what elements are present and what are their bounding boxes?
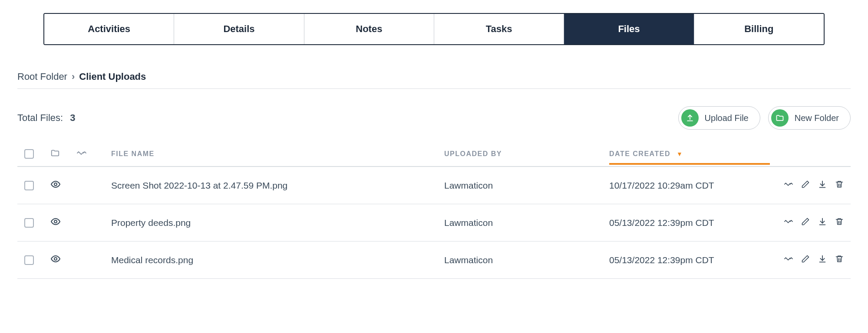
select-all-checkbox[interactable] bbox=[24, 149, 34, 159]
file-uploader: Lawmaticon bbox=[444, 218, 609, 228]
breadcrumb-root[interactable]: Root Folder bbox=[17, 71, 67, 82]
column-header-date[interactable]: DATE CREATED ▼ bbox=[609, 150, 770, 158]
svg-point-0 bbox=[54, 183, 57, 186]
trash-icon[interactable] bbox=[835, 180, 844, 191]
eye-icon[interactable] bbox=[50, 179, 61, 192]
upload-file-label: Upload File bbox=[705, 113, 749, 123]
file-date: 05/13/2022 12:39pm CDT bbox=[609, 255, 770, 265]
row-checkbox[interactable] bbox=[24, 181, 34, 190]
tab-notes[interactable]: Notes bbox=[304, 14, 434, 44]
table-row: Screen Shot 2022-10-13 at 2.47.59 PM.png… bbox=[17, 167, 851, 204]
download-icon[interactable] bbox=[818, 254, 827, 266]
file-uploader: Lawmaticon bbox=[444, 180, 609, 191]
share-icon[interactable] bbox=[784, 254, 793, 266]
total-files: Total Files: 3 bbox=[17, 112, 76, 124]
download-icon[interactable] bbox=[818, 180, 827, 191]
breadcrumb-current: Client Uploads bbox=[79, 71, 146, 82]
row-checkbox[interactable] bbox=[24, 255, 34, 265]
new-folder-button[interactable]: New Folder bbox=[768, 106, 851, 130]
file-name[interactable]: Medical records.png bbox=[111, 255, 444, 265]
edit-icon[interactable] bbox=[801, 255, 810, 265]
eye-icon[interactable] bbox=[50, 254, 61, 266]
total-files-label: Total Files: bbox=[17, 112, 63, 123]
svg-point-2 bbox=[54, 258, 57, 260]
file-date: 05/13/2022 12:39pm CDT bbox=[609, 218, 770, 228]
edit-icon[interactable] bbox=[801, 180, 810, 191]
tab-tasks[interactable]: Tasks bbox=[434, 14, 564, 44]
share-icon[interactable] bbox=[784, 217, 793, 229]
files-table: FILE NAME UPLOADED BY DATE CREATED ▼ Scr… bbox=[17, 142, 851, 279]
table-row: Medical records.pngLawmaticon05/13/2022 … bbox=[17, 242, 851, 279]
trash-icon[interactable] bbox=[835, 217, 844, 228]
download-icon[interactable] bbox=[818, 217, 827, 229]
share-icon[interactable] bbox=[784, 180, 793, 191]
action-buttons: Upload File New Folder bbox=[678, 106, 851, 130]
file-name[interactable]: Property deeds.png bbox=[111, 218, 444, 228]
file-date: 10/17/2022 10:29am CDT bbox=[609, 180, 770, 191]
chevron-right-icon: › bbox=[72, 71, 75, 82]
column-header-uploader[interactable]: UPLOADED BY bbox=[444, 150, 609, 158]
tab-activities[interactable]: Activities bbox=[44, 14, 174, 44]
handshake-icon bbox=[76, 148, 87, 160]
tab-billing[interactable]: Billing bbox=[694, 14, 824, 44]
upload-icon bbox=[681, 109, 699, 127]
row-checkbox[interactable] bbox=[24, 218, 34, 228]
file-name[interactable]: Screen Shot 2022-10-13 at 2.47.59 PM.png bbox=[111, 180, 444, 191]
trash-icon[interactable] bbox=[835, 255, 844, 265]
column-header-name[interactable]: FILE NAME bbox=[111, 150, 444, 158]
tab-bar: Activities Details Notes Tasks Files Bil… bbox=[43, 13, 825, 45]
edit-icon[interactable] bbox=[801, 217, 810, 228]
tab-files[interactable]: Files bbox=[564, 14, 694, 44]
upload-file-button[interactable]: Upload File bbox=[678, 106, 760, 130]
eye-icon[interactable] bbox=[50, 216, 61, 229]
folder-icon bbox=[50, 148, 60, 160]
total-files-count: 3 bbox=[70, 112, 75, 123]
column-header-date-label: DATE CREATED bbox=[609, 150, 670, 157]
table-header: FILE NAME UPLOADED BY DATE CREATED ▼ bbox=[17, 142, 851, 167]
breadcrumb: Root Folder › Client Uploads bbox=[17, 71, 851, 89]
new-folder-label: New Folder bbox=[795, 113, 839, 123]
toolbar: Total Files: 3 Upload File New Folder bbox=[17, 106, 851, 130]
svg-point-1 bbox=[54, 220, 57, 223]
table-row: Property deeds.pngLawmaticon05/13/2022 1… bbox=[17, 204, 851, 242]
sort-desc-icon: ▼ bbox=[677, 150, 683, 157]
folder-plus-icon bbox=[771, 109, 789, 127]
file-uploader: Lawmaticon bbox=[444, 255, 609, 265]
tab-details[interactable]: Details bbox=[174, 14, 304, 44]
